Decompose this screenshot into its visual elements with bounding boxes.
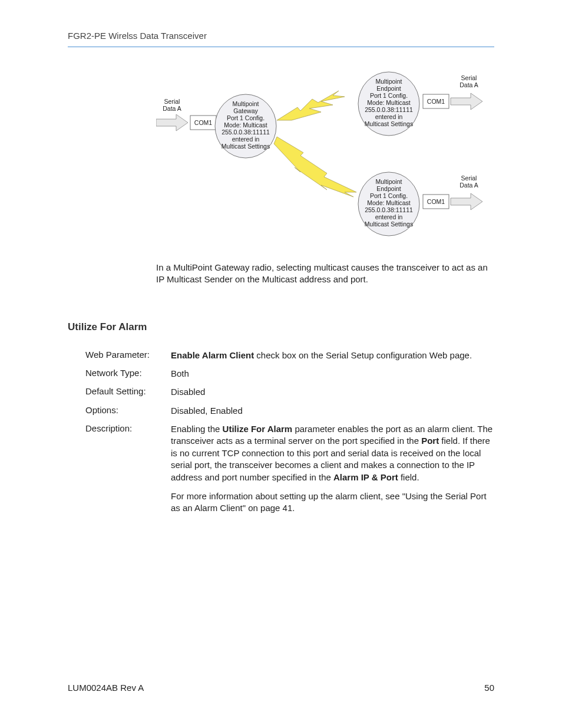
value-default-setting: Disabled: [171, 386, 494, 398]
com1-right-2: COM1 Serial Data A: [423, 174, 482, 210]
diagram-svg: Serial Data A COM1 Multipoint Gateway Po…: [156, 61, 492, 244]
zig-top: [277, 91, 345, 120]
svg-text:Multicast Settings: Multicast Settings: [222, 143, 270, 150]
parameter-block: Web Parameter: Enable Alarm Client check…: [85, 350, 494, 515]
left-input-arrow: Serial Data A: [156, 98, 188, 131]
svg-text:Data A: Data A: [459, 81, 478, 88]
label-default-setting: Default Setting:: [85, 386, 171, 398]
svg-text:Port 1 Config.: Port 1 Config.: [227, 114, 265, 121]
svg-text:Mode: Multicast: Mode: Multicast: [224, 121, 267, 129]
svg-text:Multicast Settings: Multicast Settings: [365, 220, 413, 228]
com1-left-box: COM1: [190, 116, 216, 130]
svg-text:Multicast Settings: Multicast Settings: [365, 120, 413, 127]
svg-text:255.0.0.38:11111: 255.0.0.38:11111: [222, 129, 270, 136]
row-description: Description: Enabling the Utilize For Al…: [85, 423, 494, 515]
svg-text:Multipoint: Multipoint: [233, 100, 259, 107]
svg-text:entered in: entered in: [375, 213, 403, 220]
svg-text:COM1: COM1: [427, 198, 445, 205]
value-web-parameter: Enable Alarm Client check box on the Ser…: [171, 350, 494, 361]
svg-text:COM1: COM1: [427, 98, 445, 105]
svg-text:Serial: Serial: [461, 74, 477, 81]
row-options: Options: Disabled, Enabled: [85, 405, 494, 417]
zig-bottom: [274, 137, 356, 197]
svg-text:255.0.0.38:11111: 255.0.0.38:11111: [365, 106, 413, 113]
endpoint2-ellipse: Multipoint Endpoint Port 1 Config. Mode:…: [358, 172, 419, 236]
svg-text:Port 1 Config.: Port 1 Config.: [370, 192, 408, 199]
label-web-parameter: Web Parameter:: [85, 350, 171, 361]
footer-doc-id: LUM0024AB Rev A: [68, 683, 144, 693]
section-heading: Utilize For Alarm: [68, 321, 494, 333]
label-network-type: Network Type:: [85, 368, 171, 380]
intro-paragraph: In a MultiPoint Gateway radio, selecting…: [156, 262, 494, 286]
svg-text:entered in: entered in: [232, 136, 260, 143]
svg-text:COM1: COM1: [194, 119, 212, 126]
row-network-type: Network Type: Both: [85, 368, 494, 380]
footer-page-number: 50: [484, 683, 494, 693]
description-extra: For more information about setting up th…: [171, 490, 494, 515]
svg-text:Serial: Serial: [461, 174, 477, 182]
page: FGR2-PE Wirelss Data Transceiver Serial …: [0, 0, 562, 728]
svg-text:Serial: Serial: [164, 98, 180, 105]
label-description: Description:: [85, 423, 171, 515]
svg-text:Endpoint: Endpoint: [376, 85, 401, 92]
value-description: Enabling the Utilize For Alarm parameter…: [171, 423, 494, 515]
svg-text:255.0.0.38:11111: 255.0.0.38:11111: [365, 206, 413, 213]
multicast-diagram: Serial Data A COM1 Multipoint Gateway Po…: [156, 61, 494, 250]
svg-text:Multipoint: Multipoint: [376, 178, 402, 185]
page-footer: LUM0024AB Rev A 50: [68, 683, 494, 693]
row-web-parameter: Web Parameter: Enable Alarm Client check…: [85, 350, 494, 361]
gateway-ellipse: Multipoint Gateway Port 1 Config. Mode: …: [215, 94, 276, 158]
com1-right-1: COM1 Serial Data A: [423, 74, 482, 110]
page-header-title: FGR2-PE Wirelss Data Transceiver: [68, 31, 494, 41]
svg-text:Gateway: Gateway: [233, 107, 258, 114]
endpoint1-ellipse: Multipoint Endpoint Port 1 Config. Mode:…: [358, 72, 419, 136]
value-options: Disabled, Enabled: [171, 405, 494, 417]
svg-text:Data A: Data A: [163, 105, 181, 112]
svg-text:Data A: Data A: [459, 182, 478, 189]
svg-text:Mode: Multicast: Mode: Multicast: [367, 199, 411, 206]
svg-text:Mode: Multicast: Mode: Multicast: [367, 99, 411, 106]
row-default-setting: Default Setting: Disabled: [85, 386, 494, 398]
label-options: Options:: [85, 405, 171, 417]
value-network-type: Both: [171, 368, 494, 380]
svg-text:Endpoint: Endpoint: [376, 185, 401, 192]
svg-text:entered in: entered in: [375, 113, 403, 120]
svg-text:Multipoint: Multipoint: [376, 78, 402, 85]
svg-text:Port 1 Config.: Port 1 Config.: [370, 92, 408, 99]
header-divider: [68, 47, 494, 47]
